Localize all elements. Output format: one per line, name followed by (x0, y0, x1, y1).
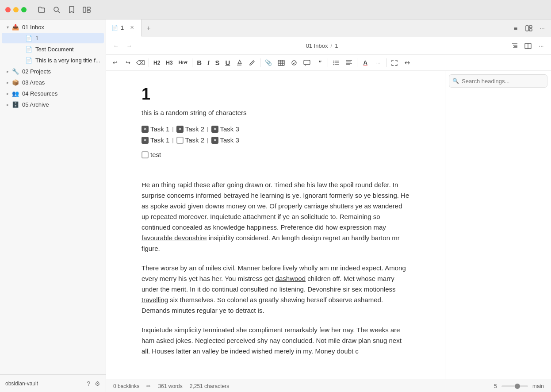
maximize-button[interactable] (21, 7, 27, 12)
doc-scroll[interactable]: 1 this is a random string of characters … (106, 71, 445, 380)
task-checkbox-2-3[interactable]: ✕ (211, 137, 218, 144)
sidebar-item-note1[interactable]: 📄 1 (2, 33, 104, 43)
clear-format-button[interactable]: ⌫ (134, 57, 147, 69)
tab-list-icon[interactable]: ≡ (510, 23, 521, 34)
task-label-1-2: Task 2 (185, 125, 204, 133)
bold-button[interactable]: B (194, 57, 204, 69)
doc-subtitle: this is a random string of characters (142, 109, 409, 116)
archive-icon: 🗄️ (11, 100, 19, 108)
h3-button[interactable]: H3 (163, 57, 175, 69)
task-sep: | (172, 137, 173, 143)
task-row-2: ✕ Task 1 | Task 2 | ✕ Task 3 (142, 136, 409, 144)
spacer (18, 46, 24, 52)
outline-search-input[interactable] (449, 74, 547, 88)
close-button[interactable] (5, 7, 11, 12)
nav-back-button[interactable]: ← (110, 40, 122, 52)
comment-button[interactable] (301, 57, 313, 69)
status-bar-right: 5 main (494, 383, 544, 389)
task-label-2-3: Task 3 (220, 136, 239, 144)
callout-button[interactable]: " (314, 57, 326, 69)
svg-point-19 (292, 61, 296, 65)
bookmark-icon[interactable] (67, 5, 76, 14)
breadcrumb-part-2: 1 (335, 42, 338, 49)
align-button[interactable] (343, 57, 355, 69)
h2-button[interactable]: H2 (151, 57, 163, 69)
tab-add-button[interactable]: + (142, 19, 156, 37)
underlined-text-1: favourable devonshire (142, 234, 207, 242)
table-button[interactable] (275, 57, 287, 69)
sidebar-item-longtitle[interactable]: 📄 This is a very long title f... (2, 55, 104, 65)
sidebar-content: ▾ 📥 01 Inbox 📄 1 📄 Test Document 📄 This … (0, 19, 106, 374)
minimize-button[interactable] (13, 7, 19, 12)
help-icon[interactable]: ? (87, 380, 90, 387)
slider-track[interactable] (501, 385, 528, 387)
attach-button[interactable]: 📎 (262, 57, 275, 69)
sidebar-footer: obsidian-vault ? ⚙ (0, 374, 106, 392)
fullscreen-button[interactable] (388, 57, 401, 69)
task-label-1-3: Task 3 (220, 125, 239, 133)
undo-button[interactable]: ↩ (109, 57, 121, 69)
highlight-button[interactable] (233, 57, 245, 69)
outline-toggle-button[interactable] (509, 40, 521, 52)
backlinks-count: 0 backlinks (113, 383, 139, 389)
sidebar-item-testdoc[interactable]: 📄 Test Document (2, 44, 104, 54)
open-panel-icon[interactable] (524, 23, 534, 34)
text-color-button[interactable]: A (359, 57, 371, 69)
svg-line-1 (58, 11, 60, 13)
italic-button[interactable]: I (205, 57, 212, 69)
sidebar-item-projects[interactable]: ▸ 🔧 02 Projects (2, 66, 104, 77)
test-checkbox[interactable] (142, 151, 149, 158)
resources-icon: 👥 (11, 89, 19, 97)
sidebar-footer-icons: ? ⚙ (87, 380, 100, 387)
status-bar-left: 0 backlinks ✏ 361 words 2,251 characters (113, 383, 487, 389)
more-options-icon[interactable]: ··· (537, 23, 547, 34)
layout-icon[interactable] (82, 5, 91, 14)
sidebar-item-label: 05 Archive (22, 101, 100, 108)
redo-button[interactable]: ↪ (122, 57, 134, 69)
svg-rect-3 (87, 7, 90, 9)
toolbar: ← → 01 Inbox / 1 ··· (106, 37, 551, 55)
task-checkbox-2-1[interactable]: ✕ (142, 137, 149, 144)
chevron-icon: ▾ (4, 24, 11, 30)
check-button[interactable] (288, 57, 300, 69)
edit-button[interactable] (246, 57, 258, 69)
expand-button[interactable] (401, 57, 413, 69)
svg-rect-20 (304, 60, 310, 65)
task-label-2-1: Task 1 (150, 136, 169, 144)
more-options-button[interactable]: ··· (535, 40, 547, 52)
sep5 (357, 58, 357, 67)
slider-thumb (515, 384, 520, 389)
search-icon[interactable] (52, 5, 61, 14)
underline-button[interactable]: U (222, 57, 233, 69)
sidebar-item-inbox[interactable]: ▾ 📥 01 Inbox (2, 22, 104, 32)
doc-title: 1 (142, 85, 409, 104)
task-checkbox-1-3[interactable]: ✕ (211, 126, 218, 133)
sidebar-item-areas[interactable]: ▸ 📦 03 Areas (2, 77, 104, 88)
hn-button[interactable]: Hn▾ (176, 57, 191, 69)
nav-forward-button[interactable]: → (123, 40, 135, 52)
spacer (18, 35, 24, 41)
projects-icon: 🔧 (11, 67, 19, 75)
vault-name: obsidian-vault (5, 380, 83, 387)
list-button[interactable] (330, 57, 342, 69)
inbox-icon: 📥 (11, 23, 19, 31)
tab-1[interactable]: 📄 1 ✕ (106, 19, 142, 37)
svg-point-23 (333, 62, 334, 63)
more-format-button[interactable]: ··· (372, 57, 384, 69)
folder-icon[interactable] (37, 5, 46, 14)
task-checkbox-1-1[interactable]: ✕ (142, 126, 149, 133)
titlebar (0, 0, 551, 19)
reader-view-button[interactable] (522, 40, 534, 52)
underlined-text-2: dashwood (276, 275, 306, 282)
task-checkbox-1-2[interactable]: ✕ (176, 126, 184, 133)
strikethrough-button[interactable]: S (212, 57, 222, 69)
task-checkbox-2-2[interactable] (176, 137, 184, 144)
sidebar-item-resources[interactable]: ▸ 👥 04 Resources (2, 88, 104, 99)
sidebar-item-archive[interactable]: ▸ 🗄️ 05 Archive (2, 99, 104, 110)
edit-icon[interactable]: ✏ (146, 383, 151, 389)
tab-close-button[interactable]: ✕ (128, 24, 135, 31)
breadcrumb-part-1: 01 Inbox (306, 42, 328, 49)
traffic-lights (5, 7, 27, 12)
zoom-slider[interactable] (501, 385, 528, 387)
settings-icon[interactable]: ⚙ (95, 380, 100, 387)
